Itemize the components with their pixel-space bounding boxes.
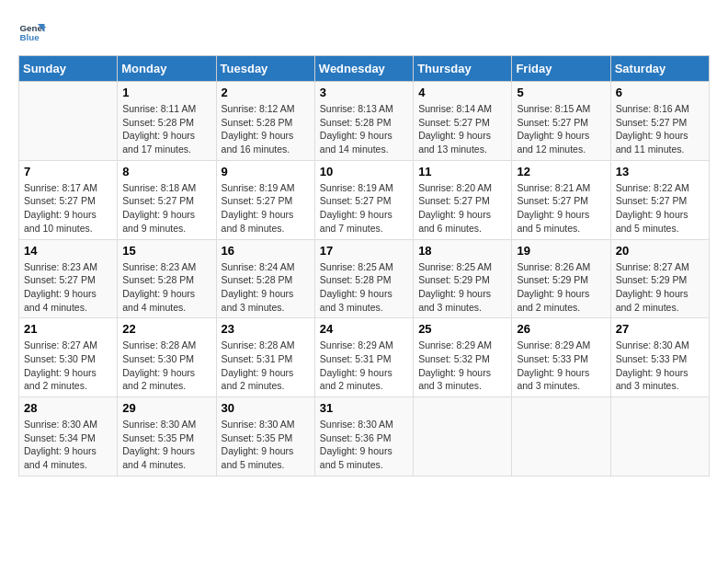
calendar-cell: 18Sunrise: 8:25 AMSunset: 5:29 PMDayligh… [414,239,512,318]
header-wednesday: Wednesday [314,56,413,82]
day-info: Sunrise: 8:29 AMSunset: 5:32 PMDaylight:… [418,339,506,393]
header-tuesday: Tuesday [216,56,314,82]
calendar-cell: 21Sunrise: 8:27 AMSunset: 5:30 PMDayligh… [19,318,118,397]
day-info: Sunrise: 8:30 AMSunset: 5:35 PMDaylight:… [122,418,210,472]
calendar-cell: 15Sunrise: 8:23 AMSunset: 5:28 PMDayligh… [118,239,216,318]
calendar-cell: 25Sunrise: 8:29 AMSunset: 5:32 PMDayligh… [414,318,512,397]
day-number: 9 [222,165,310,178]
day-number: 14 [24,244,112,258]
day-info: Sunrise: 8:28 AMSunset: 5:30 PMDaylight:… [122,339,210,393]
day-info: Sunrise: 8:24 AMSunset: 5:28 PMDaylight:… [222,260,310,315]
calendar-cell: 22Sunrise: 8:28 AMSunset: 5:30 PMDayligh… [118,318,216,397]
day-info: Sunrise: 8:30 AMSunset: 5:34 PMDaylight:… [24,418,112,472]
day-info: Sunrise: 8:23 AMSunset: 5:27 PMDaylight:… [24,260,112,315]
day-info: Sunrise: 8:22 AMSunset: 5:27 PMDaylight:… [616,181,704,236]
calendar-cell: 24Sunrise: 8:29 AMSunset: 5:31 PMDayligh… [314,318,413,397]
day-number: 1 [122,86,210,99]
day-number: 25 [418,322,506,336]
calendar-week-3: 14Sunrise: 8:23 AMSunset: 5:27 PMDayligh… [19,239,710,318]
calendar-cell: 3Sunrise: 8:13 AMSunset: 5:28 PMDaylight… [314,82,413,161]
day-info: Sunrise: 8:18 AMSunset: 5:27 PMDaylight:… [122,181,210,236]
calendar-week-4: 21Sunrise: 8:27 AMSunset: 5:30 PMDayligh… [19,318,710,397]
day-info: Sunrise: 8:28 AMSunset: 5:31 PMDaylight:… [222,339,310,393]
day-number: 30 [222,401,310,415]
calendar-cell: 11Sunrise: 8:20 AMSunset: 5:27 PMDayligh… [414,160,512,239]
day-number: 10 [320,165,408,178]
day-info: Sunrise: 8:29 AMSunset: 5:33 PMDaylight:… [517,339,605,393]
day-info: Sunrise: 8:30 AMSunset: 5:35 PMDaylight:… [222,418,310,472]
calendar-cell [19,82,118,161]
calendar-cell: 8Sunrise: 8:18 AMSunset: 5:27 PMDaylight… [118,160,216,239]
day-info: Sunrise: 8:27 AMSunset: 5:29 PMDaylight:… [616,260,704,315]
day-number: 17 [320,244,408,258]
calendar-table: SundayMondayTuesdayWednesdayThursdayFrid… [18,55,710,477]
header-monday: Monday [118,56,216,82]
calendar-week-2: 7Sunrise: 8:17 AMSunset: 5:27 PMDaylight… [19,160,710,239]
day-number: 6 [616,86,704,99]
day-number: 13 [616,165,704,178]
day-number: 2 [222,86,310,99]
day-info: Sunrise: 8:19 AMSunset: 5:27 PMDaylight:… [222,181,310,236]
calendar-cell: 1Sunrise: 8:11 AMSunset: 5:28 PMDaylight… [118,82,216,161]
logo: General Blue [18,18,46,46]
calendar-cell: 31Sunrise: 8:30 AMSunset: 5:36 PMDayligh… [314,397,413,477]
day-number: 26 [517,322,605,336]
day-number: 8 [122,165,210,178]
calendar-cell: 14Sunrise: 8:23 AMSunset: 5:27 PMDayligh… [19,239,118,318]
day-info: Sunrise: 8:12 AMSunset: 5:28 PMDaylight:… [222,102,310,156]
day-info: Sunrise: 8:11 AMSunset: 5:28 PMDaylight:… [122,102,210,156]
header-thursday: Thursday [414,56,512,82]
day-info: Sunrise: 8:21 AMSunset: 5:27 PMDaylight:… [517,181,605,236]
day-number: 7 [24,165,112,178]
day-number: 15 [122,244,210,258]
day-number: 28 [24,401,112,415]
day-info: Sunrise: 8:27 AMSunset: 5:30 PMDaylight:… [24,339,112,393]
calendar-cell: 10Sunrise: 8:19 AMSunset: 5:27 PMDayligh… [314,160,413,239]
day-info: Sunrise: 8:17 AMSunset: 5:27 PMDaylight:… [24,181,112,236]
day-info: Sunrise: 8:25 AMSunset: 5:29 PMDaylight:… [418,260,506,315]
calendar-cell: 9Sunrise: 8:19 AMSunset: 5:27 PMDaylight… [216,160,314,239]
calendar-cell: 26Sunrise: 8:29 AMSunset: 5:33 PMDayligh… [512,318,610,397]
calendar-cell: 20Sunrise: 8:27 AMSunset: 5:29 PMDayligh… [610,239,709,318]
calendar-header-row: SundayMondayTuesdayWednesdayThursdayFrid… [19,56,710,82]
calendar-cell: 17Sunrise: 8:25 AMSunset: 5:28 PMDayligh… [314,239,413,318]
calendar-cell: 2Sunrise: 8:12 AMSunset: 5:28 PMDaylight… [216,82,314,161]
day-number: 23 [222,322,310,336]
calendar-cell: 13Sunrise: 8:22 AMSunset: 5:27 PMDayligh… [610,160,709,239]
logo-icon: General Blue [18,18,46,46]
day-info: Sunrise: 8:19 AMSunset: 5:27 PMDaylight:… [320,181,408,236]
calendar-cell: 28Sunrise: 8:30 AMSunset: 5:34 PMDayligh… [19,397,118,477]
header-sunday: Sunday [19,56,118,82]
day-info: Sunrise: 8:29 AMSunset: 5:31 PMDaylight:… [320,339,408,393]
day-number: 27 [616,322,704,336]
day-number: 16 [222,244,310,258]
page-header: General Blue [18,18,710,46]
calendar-cell: 7Sunrise: 8:17 AMSunset: 5:27 PMDaylight… [19,160,118,239]
calendar-cell: 29Sunrise: 8:30 AMSunset: 5:35 PMDayligh… [118,397,216,477]
calendar-cell [610,397,709,477]
day-info: Sunrise: 8:30 AMSunset: 5:36 PMDaylight:… [320,418,408,472]
calendar-cell: 19Sunrise: 8:26 AMSunset: 5:29 PMDayligh… [512,239,610,318]
day-number: 12 [517,165,605,178]
calendar-cell: 23Sunrise: 8:28 AMSunset: 5:31 PMDayligh… [216,318,314,397]
day-number: 29 [122,401,210,415]
header-friday: Friday [512,56,610,82]
svg-text:Blue: Blue [20,32,40,42]
calendar-week-1: 1Sunrise: 8:11 AMSunset: 5:28 PMDaylight… [19,82,710,161]
calendar-cell: 30Sunrise: 8:30 AMSunset: 5:35 PMDayligh… [216,397,314,477]
day-info: Sunrise: 8:30 AMSunset: 5:33 PMDaylight:… [616,339,704,393]
calendar-cell [414,397,512,477]
day-number: 5 [517,86,605,99]
calendar-week-5: 28Sunrise: 8:30 AMSunset: 5:34 PMDayligh… [19,397,710,477]
header-saturday: Saturday [610,56,709,82]
day-info: Sunrise: 8:13 AMSunset: 5:28 PMDaylight:… [320,102,408,156]
day-info: Sunrise: 8:26 AMSunset: 5:29 PMDaylight:… [517,260,605,315]
calendar-cell: 16Sunrise: 8:24 AMSunset: 5:28 PMDayligh… [216,239,314,318]
day-number: 22 [122,322,210,336]
calendar-cell: 4Sunrise: 8:14 AMSunset: 5:27 PMDaylight… [414,82,512,161]
day-info: Sunrise: 8:14 AMSunset: 5:27 PMDaylight:… [418,102,506,156]
day-number: 4 [418,86,506,99]
day-number: 21 [24,322,112,336]
calendar-cell: 12Sunrise: 8:21 AMSunset: 5:27 PMDayligh… [512,160,610,239]
day-number: 3 [320,86,408,99]
